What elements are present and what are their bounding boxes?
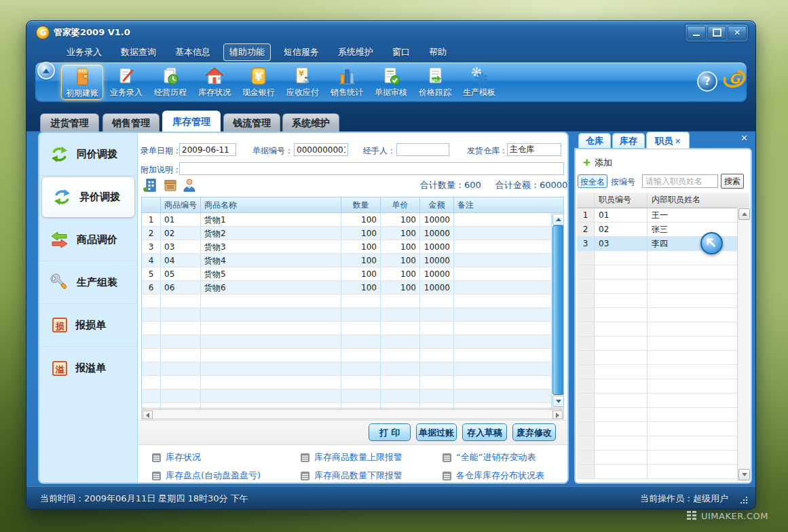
table-row-empty[interactable] xyxy=(142,308,563,322)
staff-search-input[interactable] xyxy=(642,174,718,188)
link-stock-lower-limit-alarm[interactable]: 库存商品数量下限报警 xyxy=(300,470,402,482)
toolbar-button-cash-bank[interactable]: ¥ 现金银行 xyxy=(238,64,280,100)
table-row-empty[interactable] xyxy=(142,294,563,308)
toolbar-button-operation-history[interactable]: 经营历程 xyxy=(149,64,191,100)
items-table-vertical-scrollbar[interactable] xyxy=(551,213,563,408)
warehouse-input[interactable] xyxy=(507,143,561,156)
staff-row-empty[interactable] xyxy=(577,251,749,265)
tab-sales-management[interactable]: 销售管理 xyxy=(102,113,160,132)
toolbar-button-production-template[interactable]: 生产模板 xyxy=(458,64,500,100)
menu-item-data-query[interactable]: 数据查询 xyxy=(115,43,162,61)
sidebar-item-overflow-report[interactable]: 溢 报溢单 xyxy=(39,347,137,390)
scroll-left-icon[interactable] xyxy=(143,411,153,419)
toolbar-button-business-entry[interactable]: 业务录入 xyxy=(105,64,147,100)
sidebar-item-same-price-transfer[interactable]: 同价调拨 xyxy=(39,133,137,176)
toolbar-button-voucher-audit[interactable]: 单据审核 xyxy=(370,64,412,100)
staff-row-empty[interactable] xyxy=(577,365,749,379)
staff-row-empty[interactable] xyxy=(577,351,749,365)
discard-changes-button[interactable]: 废弃修改 xyxy=(512,423,556,441)
staff-row[interactable]: 202张三 xyxy=(577,223,749,237)
table-row[interactable]: 303货物310010010000 xyxy=(142,240,563,254)
toolbar-button-initial-setup[interactable]: 初期建账 xyxy=(61,64,103,100)
date-input[interactable] xyxy=(179,143,236,156)
table-row[interactable]: 202货物210010010000 xyxy=(142,227,563,240)
table-row[interactable]: 606货物610010010000 xyxy=(142,281,563,294)
goods-shortcut-icon[interactable] xyxy=(163,178,178,193)
scrollbar-thumb[interactable] xyxy=(552,225,564,395)
staff-row-empty[interactable] xyxy=(577,394,749,408)
staff-row-empty[interactable] xyxy=(577,337,749,351)
toolbar-button-stock-status[interactable]: 库存状况 xyxy=(193,64,236,100)
maximize-button[interactable] xyxy=(707,26,726,39)
print-button[interactable]: 打 印 xyxy=(369,423,411,441)
search-button[interactable]: 搜索 xyxy=(721,174,744,189)
menu-item-help[interactable]: 帮助 xyxy=(423,43,453,61)
filter-by-fullname-button[interactable]: 按全名 xyxy=(578,174,607,188)
link-stock-status[interactable]: 库存状况 xyxy=(151,451,201,463)
sidebar-item-loss-report[interactable]: 损 报损单 xyxy=(39,304,137,347)
tab-close-icon[interactable]: ✕ xyxy=(675,137,681,146)
scroll-right-icon[interactable] xyxy=(552,411,563,419)
table-row[interactable]: 505货物510010010000 xyxy=(142,267,563,281)
minimize-button[interactable] xyxy=(687,26,706,39)
scroll-down-icon[interactable] xyxy=(552,396,564,407)
staff-row-empty[interactable] xyxy=(577,465,749,479)
table-row-empty[interactable] xyxy=(142,390,563,403)
menu-item-sms-service[interactable]: 短信服务 xyxy=(278,43,325,61)
tab-system-maintenance[interactable]: 系统维护 xyxy=(282,113,339,132)
tab-inventory-management[interactable]: 库存管理 xyxy=(162,111,221,132)
sidebar-item-goods-reprice[interactable]: 商品调价 xyxy=(39,218,137,261)
voucher-number-input[interactable] xyxy=(294,143,348,156)
staff-row-empty[interactable] xyxy=(577,265,749,280)
staff-row-empty[interactable] xyxy=(577,436,749,451)
staff-row-empty[interactable] xyxy=(577,294,749,308)
staff-shortcut-icon[interactable] xyxy=(182,178,197,193)
close-button[interactable]: ✕ xyxy=(728,26,747,39)
save-draft-button[interactable]: 存入草稿 xyxy=(462,423,507,441)
items-table-horizontal-scrollbar[interactable] xyxy=(141,409,564,419)
scroll-down-icon[interactable] xyxy=(738,469,750,480)
table-row-empty[interactable] xyxy=(142,376,563,390)
menu-item-auxiliary-functions[interactable]: 辅助功能 xyxy=(223,43,271,61)
staff-row-empty[interactable] xyxy=(577,422,749,436)
handler-input[interactable] xyxy=(396,143,449,156)
link-stock-upper-limit-alarm[interactable]: 库存商品数量上限报警 xyxy=(300,451,402,463)
staff-row-empty[interactable] xyxy=(577,322,749,337)
toolbar-button-price-tracking[interactable]: 价格跟踪 xyxy=(414,64,456,100)
staff-row[interactable]: 101王一 xyxy=(577,208,749,223)
sidebar-item-production-assembly[interactable]: 生产组装 xyxy=(39,261,137,304)
help-icon[interactable]: ? xyxy=(697,71,717,92)
tab-cashflow-management[interactable]: 钱流管理 xyxy=(223,113,280,132)
toolbar-button-sales-stats[interactable]: 销售统计 xyxy=(326,64,368,100)
staff-row-empty[interactable] xyxy=(577,408,749,422)
staff-row-empty[interactable] xyxy=(577,451,749,465)
panel-tab-staff[interactable]: 职员✕ xyxy=(646,132,690,149)
menu-item-window[interactable]: 窗口 xyxy=(386,43,416,61)
scroll-up-icon[interactable] xyxy=(738,208,750,220)
post-voucher-button[interactable]: 单据过账 xyxy=(416,423,457,441)
collapse-toolbar-button[interactable] xyxy=(37,62,55,79)
menu-item-business-entry[interactable]: 业务录入 xyxy=(60,43,108,61)
sidebar-item-diff-price-transfer[interactable]: 异价调拨 xyxy=(41,176,135,218)
table-row[interactable]: 101货物110010010000 xyxy=(142,213,563,227)
staff-row-empty[interactable] xyxy=(577,308,749,322)
table-row-empty[interactable] xyxy=(142,322,563,335)
panel-tab-warehouse[interactable]: 仓库 xyxy=(578,133,611,149)
staff-row-empty[interactable] xyxy=(577,280,749,294)
filter-by-code-button[interactable]: 按编号 xyxy=(611,176,635,188)
toolbar-button-receivable-payable[interactable]: ¥ 应收应付 xyxy=(282,64,324,100)
table-row-empty[interactable] xyxy=(142,362,563,376)
staff-row-empty[interactable] xyxy=(577,379,749,394)
staff-row-selected[interactable]: 303李四 xyxy=(577,237,749,251)
menu-item-system-maintenance[interactable]: 系统维护 xyxy=(332,43,379,61)
note-input[interactable] xyxy=(179,162,564,175)
scroll-up-icon[interactable] xyxy=(552,214,564,225)
table-row-empty[interactable] xyxy=(142,349,563,362)
panel-tab-stock[interactable]: 库存 xyxy=(612,133,645,149)
staff-table-scrollbar[interactable] xyxy=(737,208,749,481)
link-almighty-flow-report[interactable]: “全能”进销存变动表 xyxy=(442,451,536,463)
table-row-empty[interactable] xyxy=(142,403,563,408)
resize-grip[interactable] xyxy=(739,495,747,504)
add-staff-button[interactable]: 添加 xyxy=(595,157,612,169)
panel-close-icon[interactable]: ✕ xyxy=(740,133,748,143)
